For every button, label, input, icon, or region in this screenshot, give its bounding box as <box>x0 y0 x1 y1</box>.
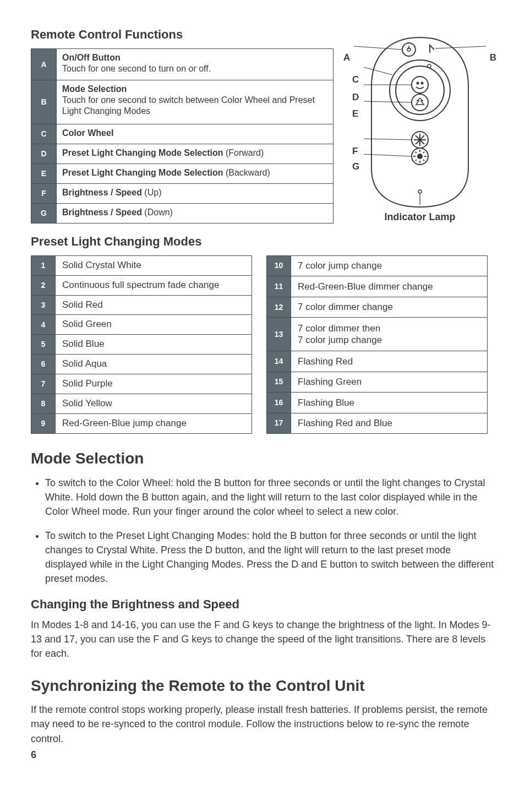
table-row: 3Solid Red <box>31 295 252 315</box>
mode-key: 11 <box>267 276 291 297</box>
function-text: (Up) <box>142 188 162 197</box>
mode-key: 12 <box>267 297 291 318</box>
mode-key: 1 <box>31 255 56 275</box>
svg-point-7 <box>428 64 431 68</box>
table-row: D Preset Light Changing Mode Selection (… <box>31 144 333 164</box>
mode-key: 3 <box>31 295 56 315</box>
function-desc: Mode SelectionTouch for one second to sw… <box>57 80 333 124</box>
mode-key: 10 <box>267 255 291 276</box>
functions-table: A On/Off ButtonTouch for one second to t… <box>31 48 333 224</box>
function-title: Preset Light Changing Mode Selection <box>62 148 223 157</box>
svg-line-27 <box>423 160 424 161</box>
svg-point-10 <box>421 81 424 84</box>
svg-point-9 <box>417 81 419 84</box>
table-row: 9Red-Green-Blue jump change <box>31 414 252 434</box>
function-key: B <box>31 80 57 124</box>
function-key: E <box>31 164 57 184</box>
table-row: E Preset Light Changing Mode Selection (… <box>31 164 333 184</box>
function-text: (Forward) <box>223 148 264 157</box>
table-row: 7Solid Purple <box>31 374 252 394</box>
mode-key: 17 <box>267 413 291 434</box>
mode-text: Continuous full spectrum fade change <box>56 275 252 295</box>
table-row: 15Flashing Green <box>267 372 488 393</box>
function-desc: Brightness / Speed (Down) <box>57 203 333 223</box>
function-desc: Preset Light Changing Mode Selection (Ba… <box>57 164 333 184</box>
svg-point-8 <box>412 77 428 93</box>
svg-line-4 <box>435 46 486 48</box>
heading-mode-selection: Mode Selection <box>31 448 494 469</box>
remote-svg <box>348 36 491 212</box>
list-item: To switch to the Color Wheel: hold the B… <box>45 476 494 519</box>
table-row: F Brightness / Speed (Up) <box>31 183 333 203</box>
mode-text: 7 color dimmer change <box>291 297 488 318</box>
function-key: D <box>31 144 57 164</box>
mode-key: 5 <box>31 335 56 355</box>
table-row: 5Solid Blue <box>31 335 252 355</box>
mode-text: Solid Green <box>56 315 252 335</box>
mode-text: Flashing Red and Blue <box>291 413 488 434</box>
function-title: Preset Light Changing Mode Selection <box>62 168 223 177</box>
list-item: To switch to the Preset Light Changing M… <box>45 528 494 586</box>
function-text: Touch for one second to switch between C… <box>62 95 315 116</box>
function-text: (Down) <box>142 208 173 217</box>
table-row: 16Flashing Blue <box>267 393 488 413</box>
mode-text: Flashing Red <box>291 351 488 372</box>
function-key: G <box>31 203 57 223</box>
svg-point-21 <box>417 154 423 159</box>
mode-text: 7 color dimmer then 7 color jump change <box>291 318 488 351</box>
mode-text: Solid Aqua <box>56 355 252 374</box>
svg-line-29 <box>415 160 417 161</box>
heading-preset-modes: Preset Light Changing Modes <box>31 233 494 250</box>
changing-brightness-text: In Modes 1-8 and 14-16, you can use the … <box>31 618 494 661</box>
table-row: C Color Wheel <box>31 124 333 144</box>
svg-point-32 <box>418 190 422 193</box>
table-row: 4Solid Green <box>31 315 252 335</box>
mode-text: 7 color jump change <box>291 255 488 276</box>
table-row: 11Red-Green-Blue dimmer change <box>267 276 488 297</box>
function-desc: On/Off ButtonTouch for one second to tur… <box>57 48 333 80</box>
mode-key: 4 <box>31 315 56 335</box>
function-key: C <box>31 124 57 144</box>
mode-text: Flashing Green <box>291 372 488 393</box>
function-key: A <box>31 48 57 80</box>
top-row: A On/Off ButtonTouch for one second to t… <box>31 48 494 224</box>
mode-key: 14 <box>267 351 291 372</box>
mode-text: Red-Green-Blue dimmer change <box>291 276 488 297</box>
function-desc: Color Wheel <box>57 124 333 144</box>
mode-key: 16 <box>267 393 291 413</box>
mode-text: Solid Red <box>56 295 252 315</box>
mode-key: 2 <box>31 275 56 295</box>
mode-key: 9 <box>31 414 56 434</box>
table-row: 137 color dimmer then 7 color jump chang… <box>267 318 488 351</box>
heading-synchronizing: Synchronizing the Remote to the Control … <box>31 675 494 696</box>
mode-text: Flashing Blue <box>291 393 488 413</box>
table-row: 8Solid Yellow <box>31 394 252 414</box>
table-row: A On/Off ButtonTouch for one second to t… <box>31 48 333 80</box>
table-row: B Mode SelectionTouch for one second to … <box>31 80 333 124</box>
mode-text: Solid Purple <box>56 374 252 394</box>
svg-point-6 <box>396 66 444 115</box>
svg-line-12 <box>364 67 392 75</box>
function-title: Brightness / Speed <box>62 208 142 217</box>
modes-row: 1Solid Crystal White 2Continuous full sp… <box>31 255 494 434</box>
function-key: F <box>31 183 57 203</box>
table-row: 107 color jump change <box>267 255 488 276</box>
svg-line-3 <box>354 46 402 50</box>
table-row: 17Flashing Red and Blue <box>267 413 488 434</box>
table-row: 127 color dimmer change <box>267 297 488 318</box>
function-text: Touch for one second to turn on or off. <box>62 64 211 73</box>
mode-key: 7 <box>31 374 56 394</box>
function-title: Mode Selection <box>62 84 127 94</box>
table-row: G Brightness / Speed (Down) <box>31 203 333 223</box>
mode-text: Solid Crystal White <box>56 255 252 275</box>
mode-key: 8 <box>31 394 56 414</box>
svg-point-11 <box>412 94 428 111</box>
mode-key: 15 <box>267 372 291 393</box>
modes-table-right: 107 color jump change 11Red-Green-Blue d… <box>266 255 488 434</box>
mode-text: Solid Yellow <box>56 394 252 414</box>
function-title: Brightness / Speed <box>62 188 142 197</box>
mode-text: Solid Blue <box>56 335 252 355</box>
mode-key: 6 <box>31 355 56 374</box>
function-desc: Brightness / Speed (Up) <box>57 183 333 203</box>
svg-line-26 <box>415 152 417 153</box>
